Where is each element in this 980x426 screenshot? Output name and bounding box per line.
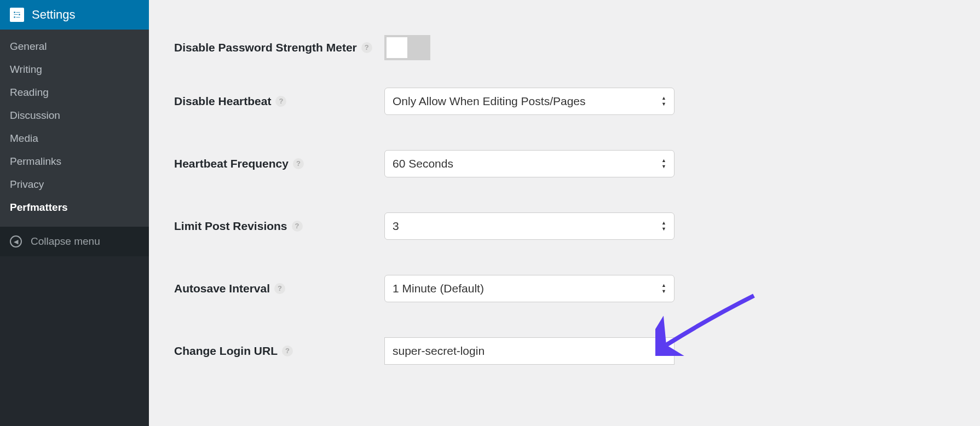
select-autosave-interval[interactable]: 1 Minute (Default) ▲▼ xyxy=(384,275,675,302)
help-icon[interactable]: ? xyxy=(275,96,286,107)
select-value: 3 xyxy=(393,220,399,233)
select-arrows-icon: ▲▼ xyxy=(661,96,666,107)
row-disable-heartbeat: Disable Heartbeat ? Only Allow When Edit… xyxy=(174,88,955,115)
help-icon[interactable]: ? xyxy=(274,283,285,294)
select-value: 60 Seconds xyxy=(393,157,453,170)
settings-panel: Disable Password Strength Meter ? Disabl… xyxy=(149,0,980,426)
sidebar-item-privacy[interactable]: Privacy xyxy=(0,173,149,196)
sidebar-header-settings[interactable]: Settings xyxy=(0,0,149,30)
toggle-disable-password-strength[interactable] xyxy=(384,35,430,60)
select-value: Only Allow When Editing Posts/Pages xyxy=(393,95,586,108)
row-disable-password-strength: Disable Password Strength Meter ? xyxy=(174,35,955,60)
row-limit-post-revisions: Limit Post Revisions ? 3 ▲▼ xyxy=(174,212,955,240)
label-change-login-url: Change Login URL xyxy=(174,343,278,358)
label-autosave-interval: Autosave Interval xyxy=(174,281,270,296)
input-value: super-secret-login xyxy=(393,344,485,358)
sidebar-header-label: Settings xyxy=(32,8,76,22)
sliders-icon xyxy=(10,8,24,22)
sidebar-submenu: General Writing Reading Discussion Media… xyxy=(0,30,149,227)
sidebar-item-general[interactable]: General xyxy=(0,35,149,58)
sidebar-item-writing[interactable]: Writing xyxy=(0,58,149,81)
collapse-arrow-icon: ◀ xyxy=(10,235,22,247)
sidebar-item-reading[interactable]: Reading xyxy=(0,81,149,104)
select-limit-post-revisions[interactable]: 3 ▲▼ xyxy=(384,212,675,240)
select-disable-heartbeat[interactable]: Only Allow When Editing Posts/Pages ▲▼ xyxy=(384,88,675,115)
admin-sidebar: Settings General Writing Reading Discuss… xyxy=(0,0,149,426)
select-arrows-icon: ▲▼ xyxy=(661,158,666,169)
sidebar-item-discussion[interactable]: Discussion xyxy=(0,104,149,127)
label-heartbeat-frequency: Heartbeat Frequency xyxy=(174,156,289,171)
select-value: 1 Minute (Default) xyxy=(393,282,484,295)
sidebar-item-permalinks[interactable]: Permalinks xyxy=(0,150,149,173)
toggle-knob xyxy=(387,37,407,58)
collapse-menu-button[interactable]: ◀ Collapse menu xyxy=(0,227,149,256)
help-icon[interactable]: ? xyxy=(361,42,372,53)
select-arrows-icon: ▲▼ xyxy=(661,221,666,232)
input-change-login-url[interactable]: super-secret-login xyxy=(384,337,675,365)
select-arrows-icon: ▲▼ xyxy=(661,283,666,294)
row-change-login-url: Change Login URL ? super-secret-login xyxy=(174,337,955,365)
select-heartbeat-frequency[interactable]: 60 Seconds ▲▼ xyxy=(384,150,675,177)
label-limit-post-revisions: Limit Post Revisions xyxy=(174,218,287,233)
sidebar-item-media[interactable]: Media xyxy=(0,127,149,150)
label-disable-password-strength: Disable Password Strength Meter xyxy=(174,40,357,55)
collapse-menu-label: Collapse menu xyxy=(31,235,100,247)
row-autosave-interval: Autosave Interval ? 1 Minute (Default) ▲… xyxy=(174,275,955,302)
label-disable-heartbeat: Disable Heartbeat xyxy=(174,94,271,108)
help-icon[interactable]: ? xyxy=(292,221,303,232)
sidebar-item-perfmatters[interactable]: Perfmatters xyxy=(0,196,149,219)
row-heartbeat-frequency: Heartbeat Frequency ? 60 Seconds ▲▼ xyxy=(174,150,955,177)
help-icon[interactable]: ? xyxy=(293,158,304,169)
help-icon[interactable]: ? xyxy=(282,346,293,356)
